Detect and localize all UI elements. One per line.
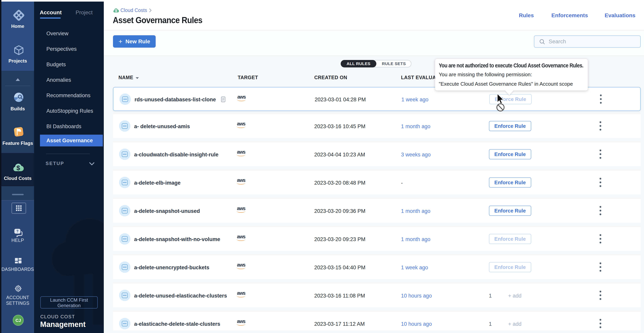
svg-text:?: ? — [16, 229, 18, 233]
svg-text:$: $ — [115, 9, 117, 13]
svg-text:$: $ — [16, 164, 20, 171]
